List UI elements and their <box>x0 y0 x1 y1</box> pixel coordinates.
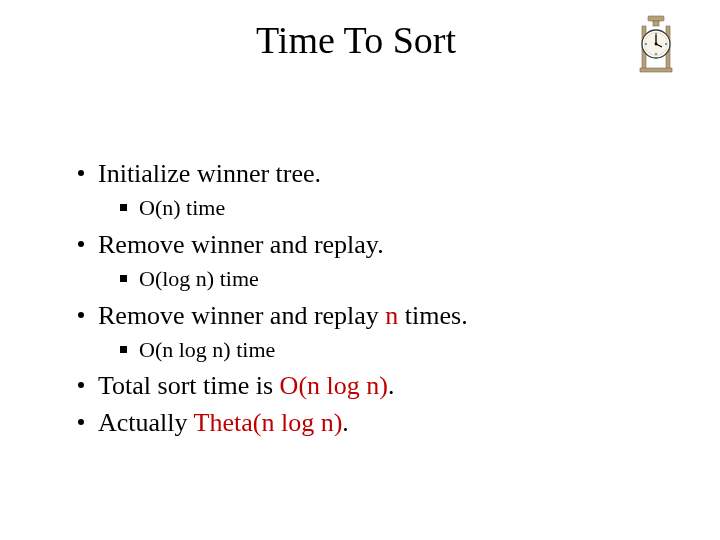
list-item: O(log n) time <box>120 264 680 294</box>
bullet-icon <box>78 419 84 425</box>
list-item: Remove winner and replay. <box>78 227 680 262</box>
list-item: Total sort time is O(n log n). <box>78 368 680 403</box>
highlight-text: Theta(n log n) <box>194 408 343 437</box>
bullet-icon <box>78 312 84 318</box>
bullet-text: Remove winner and replay n times. <box>98 298 468 333</box>
bullet-text: Initialize winner tree. <box>98 156 321 191</box>
list-item: Actually Theta(n log n). <box>78 405 680 440</box>
svg-rect-0 <box>648 16 664 21</box>
bullet-icon <box>78 241 84 247</box>
list-item: O(n) time <box>120 193 680 223</box>
title-row: Time To Sort <box>40 18 680 78</box>
svg-rect-4 <box>640 68 672 72</box>
highlight-text: n <box>385 301 398 330</box>
svg-point-9 <box>655 43 658 46</box>
bullet-text: O(n log n) time <box>139 335 275 365</box>
bullet-text: Actually Theta(n log n). <box>98 405 349 440</box>
clock-icon <box>632 14 680 78</box>
bullet-text: Remove winner and replay. <box>98 227 384 262</box>
bullet-text: O(n) time <box>139 193 225 223</box>
list-item: Remove winner and replay n times. <box>78 298 680 333</box>
page-title: Time To Sort <box>80 18 632 62</box>
svg-rect-1 <box>653 21 659 26</box>
list-item: Initialize winner tree. <box>78 156 680 191</box>
highlight-text: O(n log n) <box>280 371 388 400</box>
bullet-icon <box>120 204 127 211</box>
bullet-icon <box>120 346 127 353</box>
bullet-icon <box>120 275 127 282</box>
content: Initialize winner tree. O(n) time Remove… <box>40 156 680 441</box>
bullet-icon <box>78 170 84 176</box>
bullet-text: O(log n) time <box>139 264 259 294</box>
bullet-text: Total sort time is O(n log n). <box>98 368 394 403</box>
list-item: O(n log n) time <box>120 335 680 365</box>
slide: Time To Sort Initialize <box>0 0 720 540</box>
bullet-icon <box>78 382 84 388</box>
